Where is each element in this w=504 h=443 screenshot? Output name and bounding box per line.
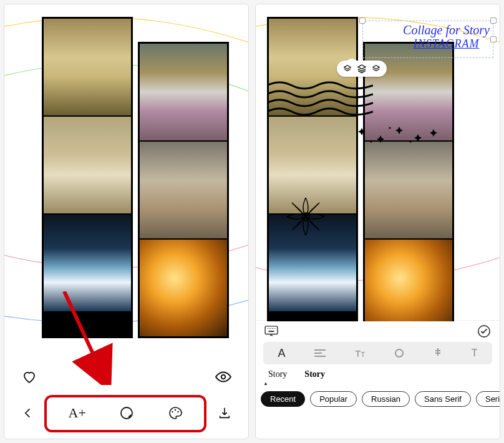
svg-point-2 (172, 411, 173, 412)
photo-strip-left[interactable] (42, 17, 133, 338)
svg-point-8 (410, 141, 412, 143)
keyboard-button[interactable] (264, 324, 278, 338)
font-category-chips: Recent Popular Russian Sans Serif Serif (256, 386, 500, 412)
preview-button[interactable] (212, 366, 235, 388)
font-preview-2[interactable]: Story (304, 369, 325, 379)
sparkles-sticker[interactable] (356, 123, 443, 148)
keyboard-icon (264, 326, 278, 337)
chip-sans-serif[interactable]: Sans Serif (415, 391, 471, 407)
photo-strip-right[interactable] (138, 42, 229, 338)
sticker-tool-button[interactable] (115, 402, 138, 424)
photo-cell[interactable] (44, 117, 131, 213)
back-button[interactable] (17, 402, 39, 424)
color-icon (434, 348, 442, 358)
palette-icon (168, 406, 183, 421)
font-tab[interactable]: A (278, 347, 285, 360)
svg-point-3 (175, 409, 176, 411)
right-phone: Collage for Story INSTAGRAM A (255, 4, 500, 439)
layer-front-icon[interactable] (372, 64, 380, 73)
shadow-tab[interactable]: T (472, 348, 478, 359)
svg-point-1 (121, 407, 132, 419)
canvas-area[interactable] (4, 4, 248, 360)
mandala-sticker[interactable] (281, 192, 331, 241)
overlay-text-line2: INSTAGRAM (403, 37, 490, 51)
chip-popular[interactable]: Popular (310, 391, 357, 407)
color-tab[interactable] (434, 348, 442, 358)
selection-indicator: ▲ (263, 381, 500, 386)
collage[interactable] (42, 17, 229, 338)
text-icon: A+ (69, 405, 86, 421)
download-button[interactable] (213, 402, 236, 424)
palette-tool-button[interactable] (164, 402, 187, 424)
wave-sticker[interactable] (267, 79, 373, 117)
case-tab[interactable]: TT (355, 348, 365, 359)
heart-icon (22, 369, 37, 384)
resize-handle[interactable] (490, 36, 497, 42)
font-preview-row: Story Story (256, 367, 500, 381)
bottom-toolbar: A+ (4, 396, 248, 430)
layer-back-icon[interactable] (343, 64, 352, 73)
chevron-left-icon (22, 407, 34, 419)
chip-russian[interactable]: Russian (362, 391, 410, 407)
text-overlay[interactable]: Collage for Story INSTAGRAM (403, 23, 490, 51)
canvas-controls-row (4, 364, 248, 390)
sticker-icon (119, 406, 134, 421)
circle-icon (394, 348, 404, 358)
photo-cell[interactable] (44, 19, 131, 115)
photo-cell[interactable] (140, 44, 227, 140)
svg-point-4 (178, 411, 179, 412)
favorite-button[interactable] (18, 366, 41, 388)
resize-handle[interactable] (359, 17, 366, 24)
svg-point-0 (221, 375, 226, 379)
panel-top-row (256, 321, 500, 339)
left-phone: A+ (4, 4, 249, 439)
eye-icon (215, 369, 231, 385)
resize-handle[interactable] (490, 17, 497, 24)
photo-cell[interactable] (365, 142, 452, 238)
chip-serif[interactable]: Serif (476, 391, 500, 407)
photo-strip-right[interactable] (363, 42, 454, 321)
layers-icon[interactable] (357, 64, 367, 74)
align-tab[interactable] (314, 349, 326, 358)
photo-cell[interactable] (140, 240, 227, 336)
align-icon (314, 349, 326, 358)
svg-point-20 (395, 349, 403, 357)
photo-cell[interactable] (44, 215, 131, 311)
svg-point-7 (389, 127, 391, 129)
overlay-text-line1: Collage for Story (403, 23, 490, 37)
svg-rect-10 (265, 326, 278, 334)
font-preview-1[interactable]: Story (268, 369, 287, 379)
download-icon (218, 406, 231, 420)
photo-cell[interactable] (365, 240, 452, 321)
check-icon (477, 324, 491, 338)
text-style-tabs: A TT T (263, 342, 492, 364)
text-edit-panel: A TT T Story Story ▲ Recent Popular Russ… (256, 320, 500, 439)
layer-controls[interactable] (337, 61, 387, 77)
spacing-tab[interactable] (394, 348, 404, 358)
text-tool-button[interactable]: A+ (66, 402, 89, 424)
chip-recent[interactable]: Recent (261, 391, 305, 407)
photo-cell[interactable] (140, 142, 227, 238)
canvas-area[interactable]: Collage for Story INSTAGRAM (256, 4, 500, 321)
confirm-button[interactable] (477, 324, 491, 338)
svg-point-6 (371, 141, 372, 143)
